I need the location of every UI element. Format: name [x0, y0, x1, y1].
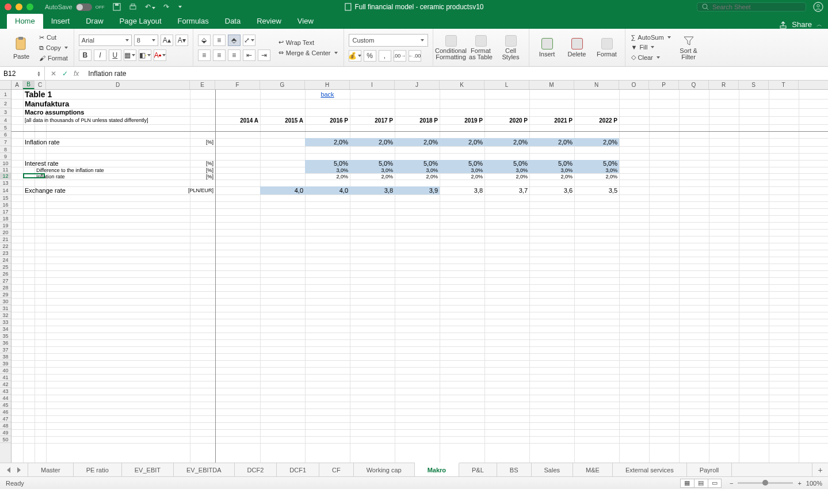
row-header-11[interactable]: 11 [0, 167, 11, 173]
format-painter-button[interactable]: 🖌Format [38, 54, 69, 62]
row-header-22[interactable]: 22 [0, 243, 11, 250]
fill-color-button[interactable]: ◧ [139, 49, 151, 61]
cell-B2[interactable]: Manufaktura [23, 99, 260, 108]
row-header-30[interactable]: 30 [0, 298, 11, 305]
cell-K10[interactable]: 5,0% [440, 160, 484, 167]
row-header-15[interactable]: 15 [0, 194, 11, 201]
fill-button[interactable]: ▼Fill [630, 43, 672, 51]
col-header-P[interactable]: P [649, 81, 679, 89]
cell-M12[interactable]: 2,0% [529, 173, 574, 180]
col-header-B[interactable]: B [23, 81, 35, 89]
col-header-K[interactable]: K [440, 81, 484, 89]
cell-C12[interactable]: Inflation rate [35, 173, 190, 180]
row-header-33[interactable]: 33 [0, 319, 11, 326]
search-sheet[interactable] [697, 2, 806, 12]
align-top-button[interactable]: ⬙ [198, 35, 211, 46]
cell-J4[interactable]: 2018 P [395, 116, 440, 124]
cell-H12[interactable]: 2,0% [305, 173, 350, 180]
col-header-D[interactable]: D [46, 81, 190, 89]
format-as-table-button[interactable]: Format as Table [468, 35, 494, 60]
undo-button[interactable]: ↶ [145, 3, 155, 11]
cell-K11[interactable]: 3,0% [440, 167, 484, 173]
row-header-2[interactable]: 2 [0, 99, 11, 108]
align-left-button[interactable]: ≡ [198, 49, 211, 61]
cell-K4[interactable]: 2019 P [440, 116, 484, 124]
cell-G14[interactable]: 4,0 [260, 186, 305, 194]
cell-B10[interactable]: Interest rate [23, 160, 190, 167]
col-header-R[interactable]: R [709, 81, 739, 89]
back-link[interactable]: back [320, 91, 334, 98]
ribbon-tab-data[interactable]: Data [217, 14, 249, 29]
cell-F4[interactable]: 2014 A [215, 116, 260, 124]
redo-button[interactable]: ↷ [163, 3, 169, 11]
row-header-28[interactable]: 28 [0, 284, 11, 291]
row-header-32[interactable]: 32 [0, 312, 11, 319]
increase-decimal-button[interactable]: .00→ [394, 50, 406, 62]
decrease-font-button[interactable]: A▾ [175, 35, 188, 46]
italic-button[interactable]: I [94, 49, 106, 61]
row-header-49[interactable]: 49 [0, 429, 11, 436]
insert-cells-button[interactable]: Insert [534, 38, 560, 58]
sheet-tab-sales[interactable]: Sales [532, 463, 574, 476]
fx-label[interactable]: fx [74, 70, 79, 78]
sort-filter-button[interactable]: Sort & Filter [676, 35, 702, 60]
sheet-tab-makro[interactable]: Makro [415, 463, 459, 476]
row-header-42[interactable]: 42 [0, 381, 11, 388]
row-header-20[interactable]: 20 [0, 229, 11, 236]
cell-I10[interactable]: 5,0% [350, 160, 395, 167]
col-header-I[interactable]: I [350, 81, 395, 89]
sheet-tab-payroll[interactable]: Payroll [687, 463, 732, 476]
row-header-39[interactable]: 39 [0, 360, 11, 367]
cell-B3[interactable]: Macro assumptions [23, 108, 260, 116]
cell-H11[interactable]: 3,0% [305, 167, 350, 173]
cell-C11[interactable]: Difference to the inflation rate [35, 167, 190, 173]
cell-H1[interactable]: back [305, 90, 350, 99]
cell-N4[interactable]: 2022 P [574, 116, 619, 124]
row-header-50[interactable]: 50 [0, 436, 11, 443]
share-icon[interactable] [779, 21, 787, 29]
cell-M10[interactable]: 5,0% [529, 160, 574, 167]
col-header-C[interactable]: C [35, 81, 46, 89]
align-bottom-button[interactable]: ⬘ [228, 35, 241, 46]
maximize-window-button[interactable] [26, 3, 33, 10]
cell-E12[interactable]: [%] [190, 173, 215, 180]
font-color-button[interactable]: A [154, 49, 166, 61]
row-header-26[interactable]: 26 [0, 270, 11, 277]
col-header-H[interactable]: H [305, 81, 350, 89]
row-header-13[interactable]: 13 [0, 180, 11, 186]
align-center-button[interactable]: ≡ [213, 49, 226, 61]
col-header-Q[interactable]: Q [679, 81, 709, 89]
ribbon-tab-home[interactable]: Home [7, 14, 43, 29]
row-header-3[interactable]: 3 [0, 108, 11, 116]
cell-N10[interactable]: 5,0% [574, 160, 619, 167]
increase-indent-button[interactable]: ⇥ [258, 49, 270, 61]
col-header-F[interactable]: F [215, 81, 260, 89]
row-header-47[interactable]: 47 [0, 415, 11, 422]
scroll-tabs-right[interactable] [17, 467, 21, 473]
cell-L7[interactable]: 2,0% [484, 138, 529, 146]
add-sheet-button[interactable]: + [812, 463, 828, 476]
row-header-16[interactable]: 16 [0, 201, 11, 208]
font-name-select[interactable]: Arial [79, 35, 132, 46]
cell-M14[interactable]: 3,6 [529, 186, 574, 194]
cell-B7[interactable]: Inflation rate [23, 138, 190, 146]
row-header-14[interactable]: 14 [0, 186, 11, 194]
row-header-43[interactable]: 43 [0, 388, 11, 395]
number-format-select[interactable]: Custom [349, 34, 428, 47]
sheet-tab-working-cap[interactable]: Working cap [354, 463, 415, 476]
row-header-46[interactable]: 46 [0, 408, 11, 415]
cell-M7[interactable]: 2,0% [529, 138, 574, 146]
scroll-tabs-left[interactable] [7, 467, 10, 473]
cell-E7[interactable]: [%] [190, 138, 215, 146]
cell-L12[interactable]: 2,0% [484, 173, 529, 180]
page-break-view-button[interactable]: ▭ [708, 479, 722, 488]
cell-H14[interactable]: 4,0 [305, 186, 350, 194]
ribbon-tab-page-layout[interactable]: Page Layout [112, 14, 170, 29]
accept-formula-icon[interactable]: ✓ [62, 70, 68, 78]
col-header-A[interactable]: A [12, 81, 23, 89]
row-header-25[interactable]: 25 [0, 264, 11, 270]
percent-button[interactable]: % [364, 50, 376, 62]
align-middle-button[interactable]: ≡ [213, 35, 226, 46]
cell-styles-button[interactable]: Cell Styles [498, 35, 524, 60]
print-icon[interactable] [129, 3, 137, 11]
